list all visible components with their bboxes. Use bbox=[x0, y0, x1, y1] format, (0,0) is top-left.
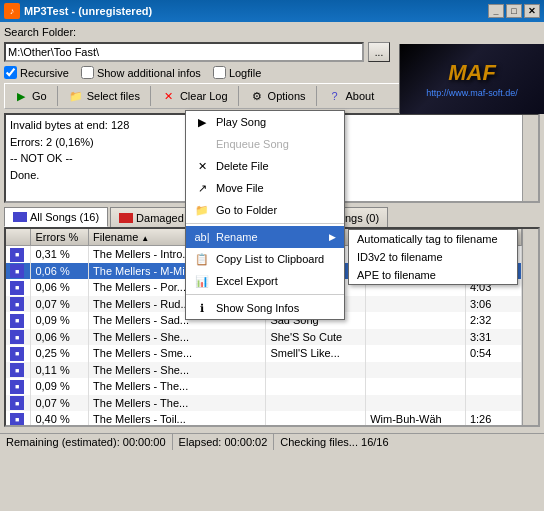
row-filename: The Mellers - Sme... bbox=[89, 345, 266, 362]
brand-area: MAF http://www.maf-soft.de/ bbox=[399, 44, 544, 114]
file-table-scrollbar[interactable] bbox=[522, 229, 538, 425]
search-input[interactable] bbox=[4, 42, 364, 62]
table-row[interactable]: ■ 0,11 % The Mellers - She... bbox=[6, 362, 522, 379]
row-errors: 0,25 % bbox=[31, 345, 89, 362]
ctx-separator bbox=[186, 223, 344, 224]
browse-button[interactable]: ... bbox=[368, 42, 390, 62]
recursive-checkbox[interactable]: Recursive bbox=[4, 66, 69, 79]
brand-url: http://www.maf-soft.de/ bbox=[426, 88, 518, 98]
row-duration bbox=[465, 362, 521, 379]
row-errors: 0,07 % bbox=[31, 296, 89, 313]
row-artist bbox=[266, 362, 366, 379]
options-button[interactable]: ⚙ Options bbox=[243, 86, 312, 106]
select-files-button[interactable]: 📁 Select files bbox=[62, 86, 146, 106]
row-filename: The Mellers - She... bbox=[89, 329, 266, 346]
table-row[interactable]: ■ 0,06 % The Mellers - She... She'S So C… bbox=[6, 329, 522, 346]
about-button[interactable]: ? About bbox=[321, 86, 381, 106]
row-errors: 0,06 % bbox=[31, 263, 89, 280]
submenu: Automatically tag to filenameID3v2 to fi… bbox=[348, 229, 518, 285]
row-errors: 0,09 % bbox=[31, 312, 89, 329]
context-menu-item-copyclipboard[interactable]: 📋Copy List to Clipboard bbox=[186, 248, 344, 270]
context-menu-item-move[interactable]: ↗Move File bbox=[186, 177, 344, 199]
table-row[interactable]: ■ 0,25 % The Mellers - Sme... Smell'S Li… bbox=[6, 345, 522, 362]
row-errors: 0,06 % bbox=[31, 329, 89, 346]
additional-info-checkbox[interactable]: Show additional infos bbox=[81, 66, 201, 79]
row-title bbox=[366, 395, 466, 412]
col-icon bbox=[6, 229, 31, 246]
elapsed-panel: Elapsed: 00:00:02 bbox=[173, 434, 275, 450]
brand-logo: MAF bbox=[448, 60, 496, 86]
row-errors: 0,40 % bbox=[31, 411, 89, 427]
row-filename: The Mellers - The... bbox=[89, 395, 266, 412]
go-button[interactable]: ▶ Go bbox=[7, 86, 53, 106]
tab-all-songs[interactable]: All Songs (16) bbox=[4, 207, 108, 227]
ctx-icon-play: ▶ bbox=[194, 114, 210, 130]
row-duration: 3:31 bbox=[465, 329, 521, 346]
row-artist bbox=[266, 411, 366, 427]
row-duration: 3:06 bbox=[465, 296, 521, 313]
row-title: Wim-Buh-Wäh bbox=[366, 411, 466, 427]
row-title bbox=[366, 345, 466, 362]
remaining-panel: Remaining (estimated): 00:00:00 bbox=[0, 434, 173, 450]
context-menu: ▶Play SongEnqueue Song✕Delete File↗Move … bbox=[185, 110, 345, 320]
select-files-icon: 📁 bbox=[68, 88, 84, 104]
window-title: MP3Test - (unregistered) bbox=[24, 5, 152, 17]
clear-log-button[interactable]: ✕ Clear Log bbox=[155, 86, 234, 106]
row-artist: Smell'S Like... bbox=[266, 345, 366, 362]
submenu-item-autotag[interactable]: Automatically tag to filename bbox=[349, 230, 517, 248]
context-menu-item-rename[interactable]: ab|Rename▶ bbox=[186, 226, 344, 248]
context-menu-item-excelexport[interactable]: 📊Excel Export bbox=[186, 270, 344, 292]
title-bar: ♪ MP3Test - (unregistered) _ □ ✕ bbox=[0, 0, 544, 22]
submenu-item-id3v2[interactable]: ID3v2 to filename bbox=[349, 248, 517, 266]
search-folder-label: Search Folder: bbox=[4, 26, 76, 38]
ctx-icon-goto: 📁 bbox=[194, 202, 210, 218]
ctx-icon-delete: ✕ bbox=[194, 158, 210, 174]
close-button[interactable]: ✕ bbox=[524, 4, 540, 18]
row-filename: The Mellers - The... bbox=[89, 378, 266, 395]
row-duration: 0:54 bbox=[465, 345, 521, 362]
row-icon-cell: ■ bbox=[6, 263, 31, 280]
row-icon-cell: ■ bbox=[6, 411, 31, 427]
table-row[interactable]: ■ 0,07 % The Mellers - The... bbox=[6, 395, 522, 412]
ctx-icon-enqueue bbox=[194, 136, 210, 152]
row-filename: The Mellers - Toil... bbox=[89, 411, 266, 427]
row-duration bbox=[465, 395, 521, 412]
row-duration: 2:32 bbox=[465, 312, 521, 329]
context-menu-item-enqueue: Enqueue Song bbox=[186, 133, 344, 155]
row-artist: She'S So Cute bbox=[266, 329, 366, 346]
app-icon: ♪ bbox=[4, 3, 20, 19]
toolbar-separator3 bbox=[238, 86, 239, 106]
ctx-icon-rename: ab| bbox=[194, 229, 210, 245]
row-duration bbox=[465, 378, 521, 395]
logfile-checkbox[interactable]: Logfile bbox=[213, 66, 261, 79]
toolbar-separator bbox=[57, 86, 58, 106]
row-errors: 0,31 % bbox=[31, 246, 89, 263]
row-artist bbox=[266, 395, 366, 412]
row-icon-cell: ■ bbox=[6, 345, 31, 362]
tab-all-icon bbox=[13, 212, 27, 222]
row-errors: 0,11 % bbox=[31, 362, 89, 379]
context-menu-item-play[interactable]: ▶Play Song bbox=[186, 111, 344, 133]
row-icon-cell: ■ bbox=[6, 296, 31, 313]
log-scrollbar[interactable] bbox=[522, 115, 538, 201]
col-errors[interactable]: Errors % bbox=[31, 229, 89, 246]
table-row[interactable]: ■ 0,09 % The Mellers - The... bbox=[6, 378, 522, 395]
submenu-item-ape[interactable]: APE to filename bbox=[349, 266, 517, 284]
row-title bbox=[366, 362, 466, 379]
row-icon-cell: ■ bbox=[6, 279, 31, 296]
context-menu-item-songinfo[interactable]: ℹShow Song Infos bbox=[186, 297, 344, 319]
row-errors: 0,07 % bbox=[31, 395, 89, 412]
row-filename: The Mellers - She... bbox=[89, 362, 266, 379]
tab-damaged-icon bbox=[119, 213, 133, 223]
row-title bbox=[366, 378, 466, 395]
row-icon-cell: ■ bbox=[6, 246, 31, 263]
row-errors: 0,06 % bbox=[31, 279, 89, 296]
context-menu-item-goto[interactable]: 📁Go to Folder bbox=[186, 199, 344, 221]
maximize-button[interactable]: □ bbox=[506, 4, 522, 18]
row-title bbox=[366, 296, 466, 313]
minimize-button[interactable]: _ bbox=[488, 4, 504, 18]
table-row[interactable]: ■ 0,40 % The Mellers - Toil... Wim-Buh-W… bbox=[6, 411, 522, 427]
ctx-icon-songinfo: ℹ bbox=[194, 300, 210, 316]
row-icon-cell: ■ bbox=[6, 378, 31, 395]
context-menu-item-delete[interactable]: ✕Delete File bbox=[186, 155, 344, 177]
